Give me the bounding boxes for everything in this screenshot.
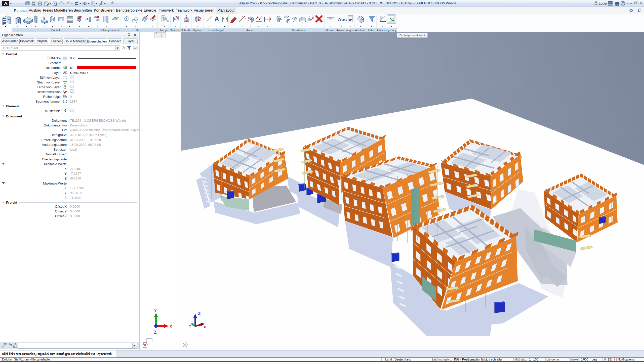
- svg-text:Schnellzugriff: Schnellzugriff: [208, 29, 224, 32]
- svg-text:Login: Login: [599, 2, 607, 5]
- svg-text:A: A: [214, 15, 219, 23]
- svg-text:X: X: [170, 324, 172, 328]
- svg-text:Z: Z: [198, 311, 200, 316]
- svg-text:Filter: Filter: [368, 29, 375, 32]
- svg-text:Öffnungselemente: Öffnungselemente: [101, 29, 120, 32]
- svg-text:!: !: [614, 358, 615, 361]
- svg-text:Y: Y: [189, 324, 191, 328]
- svg-text:Dach: Dach: [136, 29, 142, 32]
- svg-text:Messen: Messen: [326, 29, 335, 32]
- svg-text:?: ?: [622, 2, 624, 5]
- svg-text:Auswertungen: Auswertungen: [336, 29, 354, 32]
- svg-text:Treppe: Treppe: [160, 29, 168, 32]
- svg-text:Ändern: Ändern: [246, 29, 255, 32]
- svg-text:Bauteile: Bauteile: [51, 29, 61, 32]
- svg-text:Abc: Abc: [338, 17, 347, 22]
- svg-text:X: X: [204, 325, 206, 329]
- svg-text:Bearbeiten: Bearbeiten: [292, 29, 305, 32]
- svg-text:Z: Z: [154, 330, 156, 335]
- svg-text:Arbeitsumgebung: Arbeitsumgebung: [377, 29, 396, 32]
- svg-text:Y: Y: [154, 308, 157, 313]
- svg-text:Attribute: Attribute: [355, 29, 366, 32]
- svg-text:2: 2: [94, 4, 95, 5]
- svg-text:Schnitte: Schnitte: [181, 29, 191, 32]
- svg-text:Update: Update: [193, 29, 202, 32]
- svg-text:Geländer: Geländer: [170, 29, 181, 32]
